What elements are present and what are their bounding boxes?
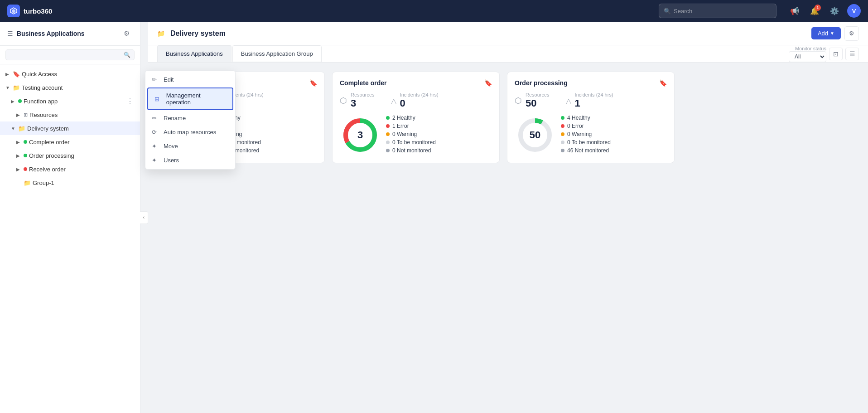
bookmark-icon[interactable]: 🔖 (309, 79, 317, 87)
card-title: Complete order (340, 79, 481, 87)
menu-item-rename[interactable]: ✏ Rename (145, 111, 235, 125)
sidebar-item-label: Complete order (29, 139, 135, 146)
notifications-button[interactable]: 🔔 1 (807, 4, 822, 18)
donut-chart: 50 (515, 115, 555, 155)
donut-number: 50 (530, 129, 540, 141)
sidebar-item-resources[interactable]: ▶ ⊞ Resources (0, 108, 140, 121)
chevron-right-icon: ▶ (5, 72, 11, 77)
navbar: turbo360 🔍 📢 🔔 1 ⚙️ V (0, 0, 868, 22)
settings-button[interactable]: ⚙️ (827, 4, 842, 18)
sidebar-item-complete-order[interactable]: ▶ Complete order (0, 135, 140, 149)
card-body: 50 4 Healthy 0 Error 0 Warning 0 To be m… (515, 115, 667, 155)
card-header: Complete order 🔖 (340, 79, 492, 87)
status-dot-green (24, 140, 27, 144)
dot-icon (561, 149, 564, 152)
sidebar-header: ☰ Business Applications ⚙ (0, 22, 140, 46)
cube-icon: ⬡ (515, 96, 522, 106)
sidebar-item-label: Delivery system (27, 125, 135, 132)
sidebar-item-label: Order processing (29, 152, 135, 159)
chevron-right-icon: ▶ (16, 112, 22, 117)
list-view-button[interactable]: ☰ (845, 48, 859, 60)
sidebar-item-function-app[interactable]: ▶ Function app ⋮ (0, 94, 140, 108)
bookmark-icon[interactable]: 🔖 (659, 79, 667, 87)
sidebar-settings-button[interactable]: ⚙ (120, 27, 133, 40)
brand-name: turbo360 (24, 7, 52, 15)
monitor-status-label: Monitor status (795, 46, 826, 51)
automap-icon: ⟳ (152, 129, 159, 136)
main-header: 📁 Delivery system Add ▼ ⚙ (148, 22, 868, 45)
chevron-right-icon: ▶ (16, 167, 22, 172)
bookmark-icon[interactable]: 🔖 (484, 79, 492, 87)
sidebar-item-delivery-system[interactable]: ▼ 📁 Delivery system (0, 121, 140, 135)
header-actions: Add ▼ ⚙ (811, 26, 859, 41)
card-view-icon: ⊡ (833, 50, 839, 58)
page-title: Delivery system (170, 29, 226, 38)
card-metrics-row: ⬡ Resources 50 △ Incidents (24 hrs) 1 (515, 92, 667, 109)
sidebar-item-testing-account[interactable]: ▼ 📁 Testing account (0, 81, 140, 94)
edit-icon: ✏ (152, 76, 159, 83)
chevron-down-icon: ▼ (5, 85, 11, 90)
filter-icon: ⚙ (849, 30, 854, 37)
sidebar-item-label: Function app (24, 98, 124, 105)
status-dot-red (24, 167, 27, 171)
filter-button[interactable]: ⚙ (844, 26, 859, 41)
sidebar-item-order-processing[interactable]: ▶ Order processing (0, 149, 140, 162)
dot-icon (386, 124, 390, 128)
search-box[interactable]: 🔍 (659, 4, 776, 18)
menu-item-management-operation[interactable]: ⊞ Management operation (147, 87, 233, 110)
bookmark-icon: 🔖 (13, 71, 20, 78)
chevron-right-icon: ▶ (16, 153, 22, 158)
card-title: Order processing (515, 79, 656, 87)
grid-icon: ⊞ (24, 112, 28, 118)
dot-icon (386, 116, 390, 120)
tab-business-applications[interactable]: Business Applications (157, 45, 231, 62)
menu-item-users[interactable]: ✦ Users (145, 153, 235, 167)
megaphone-icon: 📢 (790, 7, 799, 15)
user-avatar[interactable]: V (847, 4, 861, 18)
layout: ☰ Business Applications ⚙ 🔍 ▶ 🔖 Quick Ac… (0, 22, 868, 413)
list-view-icon: ☰ (849, 50, 855, 58)
rename-icon: ✏ (152, 115, 159, 121)
svg-marker-1 (12, 9, 15, 13)
menu-item-move[interactable]: ✦ Move (145, 139, 235, 153)
dot-icon (561, 132, 564, 136)
dot-icon (561, 124, 564, 128)
card-header: Order processing 🔖 (515, 79, 667, 87)
chevron-down-icon: ▼ (11, 126, 16, 131)
sidebar-search-input[interactable] (10, 52, 121, 58)
cards-area: 🔖 ⬡ Resources 14 △ Incidents (24 hrs) (148, 63, 868, 413)
sidebar-item-group-1[interactable]: 📁 Group-1 (0, 176, 140, 189)
dot-icon (386, 141, 390, 144)
donut-number: 3 (357, 129, 363, 141)
status-dot-green (18, 99, 22, 103)
navbar-icons: 📢 🔔 1 ⚙️ V (787, 4, 861, 18)
add-button[interactable]: Add ▼ (811, 27, 841, 39)
folder-icon: 📁 (24, 180, 31, 186)
sidebar-item-label: Quick Access (22, 71, 135, 78)
collapse-sidebar-button[interactable]: ‹ (140, 211, 148, 224)
announcements-button[interactable]: 📢 (787, 4, 802, 18)
card-view-button[interactable]: ⊡ (829, 48, 843, 60)
move-icon: ✦ (152, 143, 159, 150)
card-stats: 2 Healthy 1 Error 0 Warning 0 To be moni… (386, 115, 492, 155)
tab-business-application-group[interactable]: Business Application Group (232, 45, 322, 62)
monitor-status-select[interactable]: All Healthy Error Warning (789, 51, 826, 62)
menu-item-auto-map[interactable]: ⟳ Auto map resources (145, 125, 235, 139)
monitor-status-control: Monitor status All Healthy Error Warning… (789, 46, 859, 62)
sidebar-search-inner: 🔍 (5, 49, 135, 60)
notification-badge: 1 (815, 5, 821, 11)
sidebar-item-receive-order[interactable]: ▶ Receive order (0, 162, 140, 176)
chevron-right-icon: ▶ (11, 99, 16, 104)
sidebar-item-label: Resources (29, 112, 135, 118)
sidebar-item-label: Group-1 (33, 180, 135, 186)
gear-icon: ⚙️ (830, 7, 839, 15)
sidebar-item-quick-access[interactable]: ▶ 🔖 Quick Access (0, 67, 140, 81)
more-actions-button[interactable]: ⋮ (125, 97, 135, 106)
sidebar-folder-icon: ☰ (7, 30, 13, 37)
dot-icon (386, 149, 390, 152)
card-stats: 4 Healthy 0 Error 0 Warning 0 To be moni… (561, 115, 667, 155)
main-content: 📁 Delivery system Add ▼ ⚙ Business Appli… (148, 22, 868, 413)
dot-icon (386, 132, 390, 136)
menu-item-edit[interactable]: ✏ Edit (145, 73, 235, 87)
search-input[interactable] (674, 8, 772, 15)
